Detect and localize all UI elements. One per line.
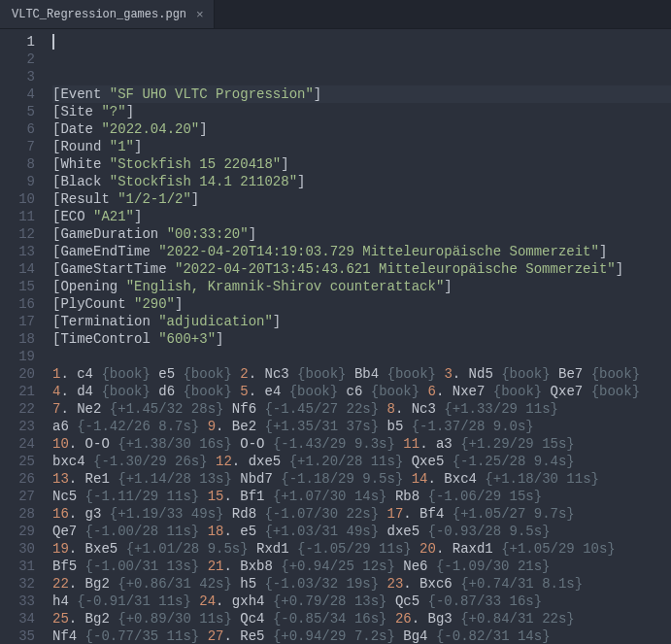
code-line[interactable]: [Opening "English, Kramnik-Shirov counte… [52,278,671,295]
line-number: 3 [0,68,35,85]
line-number: 30 [0,540,35,558]
code-line[interactable]: [Termination "adjudication"] [52,313,671,330]
line-number: 8 [0,155,35,173]
code-line[interactable]: [Event "SF UHO VLTC Progression"] [52,85,671,103]
code-line[interactable]: 13. Re1 {+1.14/28 13s} Nbd7 {-1.18/29 9.… [52,470,671,488]
line-number: 20 [0,365,35,383]
line-number: 5 [0,103,35,120]
code-line[interactable]: 19. Bxe5 {+1.01/28 9.5s} Rxd1 {-1.05/29 … [52,540,671,558]
line-number: 27 [0,488,35,505]
code-line[interactable]: 4. d4 {book} d6 {book} 5. e4 {book} c6 {… [52,383,671,400]
line-number: 17 [0,313,35,330]
line-number: 9 [0,173,35,190]
code-line[interactable]: 22. Bg2 {+0.86/31 42s} h5 {-1.03/32 19s}… [52,575,671,593]
line-number: 25 [0,453,35,470]
code-line[interactable]: [PlyCount "290"] [52,295,671,313]
line-number: 13 [0,243,35,260]
line-number: 28 [0,505,35,523]
tab-bar: VLTC_Regression_games.pgn × [0,0,671,29]
code-line[interactable]: Nf4 {-0.77/35 11s} 27. Re5 {+0.94/29 7.2… [52,627,671,644]
line-number: 12 [0,225,35,243]
line-number: 10 [0,190,35,208]
line-number: 7 [0,138,35,155]
code-line[interactable]: bxc4 {-1.30/29 26s} 12. dxe5 {+1.20/28 1… [52,453,671,470]
line-number: 14 [0,260,35,278]
code-line[interactable]: 7. Ne2 {+1.45/32 28s} Nf6 {-1.45/27 22s}… [52,400,671,418]
code-line[interactable] [52,348,671,365]
code-line[interactable]: [TimeControl "600+3"] [52,330,671,348]
code-line[interactable]: [Result "1/2-1/2"] [52,190,671,208]
code-line[interactable]: [White "Stockfish 15 220418"] [52,155,671,173]
text-cursor [52,34,54,50]
code-line[interactable]: [Black "Stockfish 14.1 211028"] [52,173,671,190]
line-number: 18 [0,330,35,348]
close-icon[interactable]: × [196,8,204,20]
code-line[interactable]: 25. Bg2 {+0.89/30 11s} Qc4 {-0.85/34 16s… [52,610,671,627]
code-line[interactable]: [GameStartTime "2022-04-20T13:45:43.621 … [52,260,671,278]
tab-filename: VLTC_Regression_games.pgn [12,8,186,21]
line-number: 35 [0,627,35,644]
code-line[interactable]: h4 {-0.91/31 11s} 24. gxh4 {+0.79/28 13s… [52,593,671,610]
code-line[interactable]: Nc5 {-1.11/29 11s} 15. Bf1 {+1.07/30 14s… [52,488,671,505]
line-number-gutter: 1234567891011121314151617181920212223242… [0,29,47,644]
code-area[interactable]: [Event "SF UHO VLTC Progression"][Site "… [47,29,671,644]
line-number: 34 [0,610,35,627]
code-line[interactable]: [GameEndTime "2022-04-20T14:19:03.729 Mi… [52,243,671,260]
code-line[interactable]: Bf5 {-1.00/31 13s} 21. Bxb8 {+0.94/25 12… [52,558,671,575]
line-number: 33 [0,593,35,610]
line-number: 6 [0,120,35,138]
code-line[interactable]: [GameDuration "00:33:20"] [52,225,671,243]
code-line[interactable]: [Round "1"] [52,138,671,155]
code-editor[interactable]: 1234567891011121314151617181920212223242… [0,29,671,644]
line-number: 22 [0,400,35,418]
line-number: 2 [0,51,35,68]
line-number: 15 [0,278,35,295]
code-line[interactable]: a6 {-1.42/26 8.7s} 9. Be2 {+1.35/31 37s}… [52,418,671,435]
line-number: 31 [0,558,35,575]
code-line[interactable]: 16. g3 {+1.19/33 49s} Rd8 {-1.07/30 22s}… [52,505,671,523]
code-line[interactable]: 1. c4 {book} e5 {book} 2. Nc3 {book} Bb4… [52,365,671,383]
code-line[interactable]: [ECO "A21"] [52,208,671,225]
tab-file[interactable]: VLTC_Regression_games.pgn × [0,0,215,28]
line-number: 32 [0,575,35,593]
line-number: 21 [0,383,35,400]
line-number: 23 [0,418,35,435]
line-number: 19 [0,348,35,365]
line-number: 26 [0,470,35,488]
line-number: 29 [0,523,35,540]
code-line[interactable]: 10. O-O {+1.38/30 16s} O-O {-1.43/29 9.3… [52,435,671,453]
line-number: 4 [0,85,35,103]
line-number: 11 [0,208,35,225]
code-line[interactable]: [Date "2022.04.20"] [52,120,671,138]
line-number: 24 [0,435,35,453]
line-number: 16 [0,295,35,313]
line-number: 1 [0,33,35,51]
code-line[interactable]: [Site "?"] [52,103,671,120]
code-line[interactable]: Qe7 {-1.00/28 11s} 18. e5 {+1.03/31 49s}… [52,523,671,540]
